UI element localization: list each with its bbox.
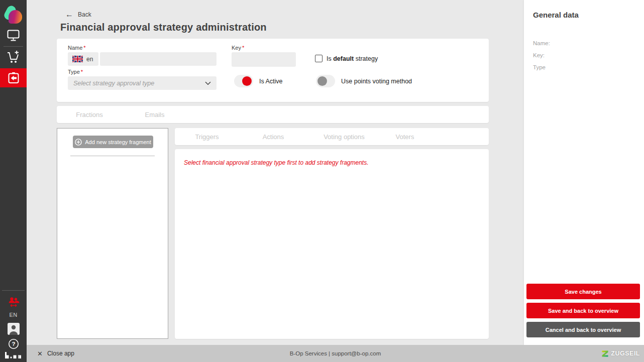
key-input[interactable] xyxy=(232,52,296,67)
type-select[interactable]: Select strategy approval type xyxy=(68,76,217,90)
zugseil-brand-name: ZUGSEIL xyxy=(611,350,640,357)
is-active-toggle[interactable] xyxy=(234,75,253,87)
general-data-panel: General data Name: Key: Type Save change… xyxy=(524,0,644,345)
general-form-card: Name* en Key* Is default strategy Type* xyxy=(57,39,489,102)
save-and-back-button[interactable]: Save and back to overview xyxy=(526,303,640,318)
required-marker: * xyxy=(242,45,244,51)
type-field-label: Type* xyxy=(68,69,83,75)
summary-key-row: Key: xyxy=(533,52,547,58)
back-label: Back xyxy=(78,11,91,18)
points-voting-toggle[interactable] xyxy=(316,75,335,87)
sidebar: EN ? xyxy=(0,0,27,362)
clipboard-arrow-left-icon xyxy=(7,71,20,84)
tab-triggers[interactable]: Triggers xyxy=(175,128,239,145)
required-marker: * xyxy=(83,45,85,51)
strategy-fragments-panel: Add new strategy fragment xyxy=(57,128,168,339)
required-marker: * xyxy=(81,69,83,75)
bop-logo xyxy=(0,351,27,359)
chevron-down-icon xyxy=(205,81,211,85)
type-select-placeholder: Select strategy approval type xyxy=(73,80,154,87)
strategy-tabbar: Fractions Emails xyxy=(57,106,489,123)
is-default-checkbox[interactable] xyxy=(315,55,323,62)
zugseil-brand: ZUGSEIL xyxy=(601,345,640,362)
cancel-and-back-button[interactable]: Cancel and back to overview xyxy=(526,322,640,337)
footer-bar: ✕ Close app B-Op Services | support@b-op… xyxy=(27,345,644,362)
svg-text:?: ? xyxy=(12,341,15,347)
users-switch-icon xyxy=(7,296,20,308)
sidebar-divider xyxy=(4,46,23,47)
points-voting-toggle-row[interactable]: Use points voting method xyxy=(316,75,412,87)
save-changes-button[interactable]: Save changes xyxy=(526,284,640,299)
brand-logo xyxy=(0,3,27,26)
app-window: EN ? xyxy=(0,0,644,362)
language-code: EN xyxy=(10,312,18,318)
service-contact-text: B-Op Services | support@b-op.com xyxy=(27,345,644,362)
fragment-content-panel: Select financial approval strategy type … xyxy=(175,149,489,339)
monitor-icon xyxy=(7,30,20,41)
page-title: Financial approval strategy administrati… xyxy=(60,22,267,33)
uk-flag-icon xyxy=(72,56,83,62)
is-default-checkbox-row[interactable]: Is default strategy xyxy=(315,55,378,62)
sidebar-item-strategy-admin-active[interactable] xyxy=(0,68,27,87)
name-language-selector[interactable]: en xyxy=(68,52,98,66)
back-arrow-icon: ← xyxy=(65,11,73,19)
fragment-tabbar: Triggers Actions Voting options Voters xyxy=(175,128,489,145)
select-type-notice: Select financial approval strategy type … xyxy=(184,159,369,166)
is-active-toggle-row[interactable]: Is Active xyxy=(234,75,283,87)
tab-voting-options[interactable]: Voting options xyxy=(307,128,381,145)
cart-plus-icon xyxy=(7,50,20,64)
fragment-list-divider xyxy=(70,156,155,156)
add-strategy-fragment-label: Add new strategy fragment xyxy=(85,139,151,145)
sidebar-item-help[interactable]: ? xyxy=(0,338,27,350)
tab-fractions[interactable]: Fractions xyxy=(57,106,122,123)
help-icon: ? xyxy=(8,338,19,349)
points-voting-label: Use points voting method xyxy=(341,78,412,85)
is-active-label: Is Active xyxy=(259,78,283,85)
avatar-icon xyxy=(8,323,20,335)
language-code-label: en xyxy=(86,56,93,63)
tab-actions[interactable]: Actions xyxy=(239,128,307,145)
back-button[interactable]: ← Back xyxy=(65,11,91,19)
sidebar-item-desktop[interactable] xyxy=(0,29,27,42)
summary-name-row: Name: xyxy=(533,40,552,46)
name-input[interactable] xyxy=(100,52,217,66)
general-data-title: General data xyxy=(533,11,579,19)
tab-voters[interactable]: Voters xyxy=(381,128,429,145)
sidebar-item-profile[interactable] xyxy=(0,322,27,335)
sidebar-language-switcher[interactable]: EN xyxy=(0,311,27,319)
zugseil-z-icon xyxy=(601,350,609,357)
sidebar-divider xyxy=(2,290,25,291)
is-default-label: Is default strategy xyxy=(327,55,378,62)
key-field-label: Key* xyxy=(232,45,244,51)
add-strategy-fragment-button[interactable]: Add new strategy fragment xyxy=(73,136,153,148)
brand-logo-gradient-shape xyxy=(9,10,22,24)
name-field-label: Name* xyxy=(68,45,86,51)
summary-type-row: Type xyxy=(533,64,548,70)
tab-emails[interactable]: Emails xyxy=(122,106,187,123)
plus-circle-icon xyxy=(75,139,82,146)
sidebar-item-user-switch[interactable] xyxy=(0,296,27,309)
sidebar-item-shop[interactable] xyxy=(0,50,27,65)
